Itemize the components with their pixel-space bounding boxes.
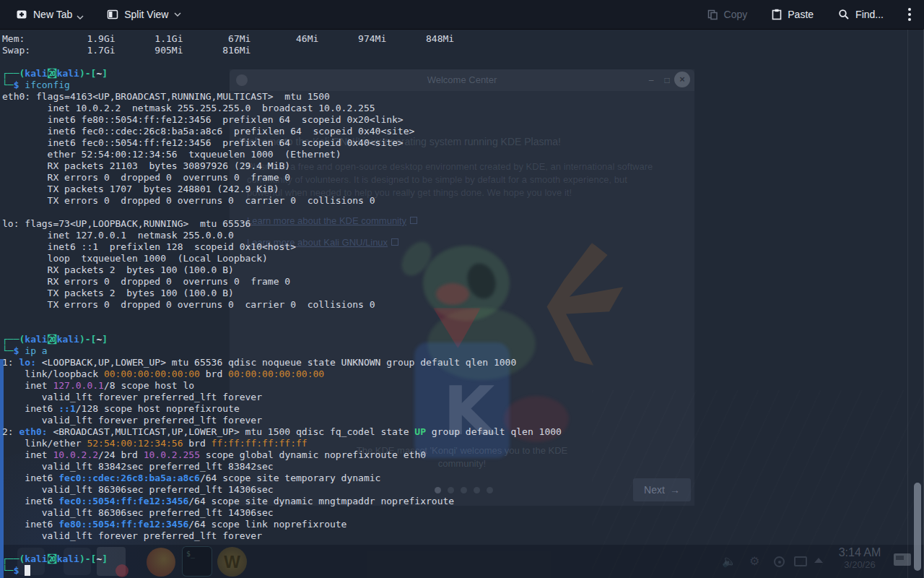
terminal-line: ether 52:54:00:12:34:56 txqueuelen 1000 … [2,149,911,160]
terminal-line: inet6 fec0::5054:ff:fe12:3456/64 scope s… [2,496,911,507]
paste-button[interactable]: Paste [766,9,819,20]
copy-button[interactable]: Copy [702,9,754,20]
terminal-toolbar: New Tab Split View [0,0,924,30]
paste-icon [772,9,782,20]
terminal-line: inet 10.0.2.2 netmask 255.255.255.0 broa… [2,103,911,114]
new-tab-icon [16,9,27,20]
scrollbar-thumb[interactable] [914,483,921,571]
terminal-line: lo: flags=73<UP,LOOPBACK,RUNNING> mtu 65… [2,218,911,230]
menu-kebab-icon[interactable] [902,8,917,21]
chevron-down-icon [77,15,84,20]
terminal-line: inet6 fec0::5054:ff:fe12:3456 prefixlen … [2,137,911,149]
terminal-line: ┌──(kali㉉kali)-[~] [2,553,911,565]
terminal-line: TX packets 2 bytes 100 (100.0 B) [2,288,911,299]
terminal-line: 2: eth0: <BROADCAST,MULTICAST,UP,LOWER_U… [2,426,911,438]
terminal-line: inet6 ::1 prefixlen 128 scopeid 0x10<hos… [2,241,911,253]
copy-icon [707,9,718,20]
terminal-line: link/ether 52:54:00:12:34:56 brd ff:ff:f… [2,438,911,449]
split-view-button[interactable]: Split View [101,9,187,20]
terminal-line: valid_lft forever preferred_lft forever [2,530,911,542]
terminal-line: inet6 fe80::5054:ff:fe12:3456 prefixlen … [2,114,911,126]
terminal-line: inet6 ::1/128 scope host noprefixroute [2,403,911,415]
terminal-line: TX errors 0 dropped 0 overruns 0 carrier… [2,299,911,311]
terminal-line: inet 10.0.2.2/24 brd 10.0.2.255 scope gl… [2,449,911,461]
terminal-line: 1: lo: <LOOPBACK,UP,LOWER_UP> mtu 65536 … [2,357,911,368]
terminal-line: inet 127.0.0.1/8 scope host lo [2,380,911,392]
terminal-line: eth0: flags=4163<UP,BROADCAST,RUNNING,MU… [2,91,911,103]
terminal-line [2,322,911,334]
terminal-line: ┌──(kali㉉kali)-[~] [2,68,911,79]
terminal-line: Mem: 1.9Gi 1.1Gi 67Mi 46Mi 974Mi 848Mi [2,33,911,45]
terminal-line: inet6 fec0::cdec:26c8:ba5a:a8c6 prefixle… [2,126,911,137]
terminal-line [2,311,911,322]
terminal-line: inet6 fec0::cdec:26c8:ba5a:a8c6/64 scope… [2,473,911,484]
terminal-line: inet 127.0.0.1 netmask 255.0.0.0 [2,230,911,241]
terminal-line: RX packets 2 bytes 100 (100.0 B) [2,264,911,276]
split-view-icon [107,9,118,20]
terminal-line: valid_lft forever preferred_lft forever [2,392,911,403]
terminal-line: RX packets 21103 bytes 30897926 (29.4 Mi… [2,160,911,172]
terminal-line: └─$ [2,565,911,577]
terminal-line: └─$ ifconfig [2,79,911,91]
terminal-output[interactable]: Mem: 1.9Gi 1.1Gi 67Mi 46Mi 974Mi 848MiSw… [1,29,911,578]
terminal-line: inet6 fe80::5054:ff:fe12:3456/64 scope l… [2,519,911,530]
chevron-down-icon [174,12,181,17]
terminal-line [2,207,911,218]
terminal-line: valid_lft forever preferred_lft forever [2,415,911,426]
terminal-line: TX errors 0 dropped 0 overruns 0 carrier… [2,195,911,207]
terminal-line: RX errors 0 dropped 0 overruns 0 frame 0 [2,276,911,288]
terminal-line: └─$ ip a [2,345,911,357]
desktop: Welcome Center – □ × Welcome to the Kali… [0,0,924,578]
terminal-line: TX packets 1707 bytes 248801 (242.9 KiB) [2,184,911,195]
terminal-line: valid_lft 86306sec preferred_lft 14306se… [2,507,911,519]
terminal-line: RX errors 0 dropped 0 overruns 0 frame 0 [2,172,911,184]
terminal-line: ┌──(kali㉉kali)-[~] [2,334,911,345]
terminal-line: loop txqueuelen 1000 (Local Loopback) [2,253,911,264]
terminal-line: link/loopback 00:00:00:00:00:00 brd 00:0… [2,368,911,380]
terminal-line: valid_lft 83842sec preferred_lft 83842se… [2,461,911,473]
new-tab-button[interactable]: New Tab [10,9,90,20]
terminal-line: valid_lft 86306sec preferred_lft 14306se… [2,484,911,496]
search-icon [838,9,850,20]
terminal-line [2,542,911,553]
terminal-line [2,56,911,68]
scrollbar-track[interactable] [907,29,908,578]
find-button[interactable]: Find... [832,9,889,20]
terminal-line: Swap: 1.7Gi 905Mi 816Mi [2,45,911,56]
